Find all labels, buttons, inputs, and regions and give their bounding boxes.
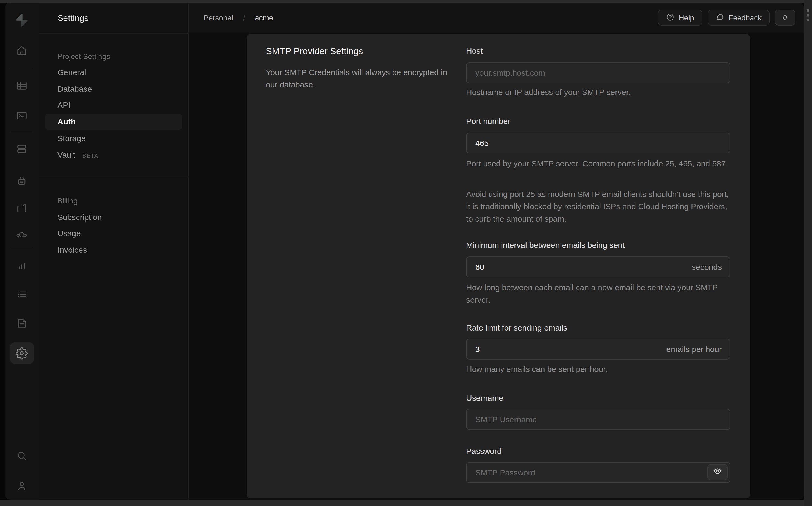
bell-icon [781,13,790,23]
top-bar: Personal / acme Help [189,3,804,33]
scrollbar-dot [807,9,809,12]
sidebar-item-general[interactable]: General [45,64,182,81]
sidebar-item-api[interactable]: API [45,97,182,113]
api-docs-icon[interactable] [16,317,28,329]
sidebar-item-database[interactable]: Database [45,81,182,97]
port-helper: Port used by your SMTP server. Common po… [466,157,730,170]
interval-helper: How long between each email can a new em… [466,281,730,306]
scrollbar-dot [807,14,809,17]
sidebar-title: Settings [58,3,89,33]
section-header-billing: Billing [45,193,182,209]
help-button[interactable]: Help [658,10,702,26]
sidebar-section-divider [39,178,189,178]
edge-functions-icon[interactable] [16,229,28,241]
rate-limit-input[interactable] [466,339,730,359]
database-icon[interactable] [16,143,28,155]
host-input[interactable] [466,62,730,83]
port-label: Port number [466,116,510,125]
feedback-button[interactable]: Feedback [708,10,769,26]
notifications-button[interactable] [775,10,795,26]
main-content: SMTP Provider Settings Your SMTP Credent… [189,33,804,500]
sidebar-item-storage[interactable]: Storage [45,131,182,147]
card-description: Your SMTP Credentials will always be enc… [266,66,459,91]
rate-limit-label: Rate limit for sending emails [466,323,567,332]
search-icon[interactable] [16,450,28,462]
chat-bubble-icon [716,13,724,23]
reports-icon[interactable] [16,260,28,272]
breadcrumb-separator: / [243,13,245,22]
form-column: Host Hostname or IP address of your SMTP… [466,34,730,499]
sidebar-item-auth[interactable]: Auth [45,114,182,130]
app-window: Settings Project Settings General Databa… [5,3,804,500]
sidebar-item-usage[interactable]: Usage [45,225,182,242]
breadcrumb-project[interactable]: acme [255,13,273,22]
host-helper: Hostname or IP address of your SMTP serv… [466,86,730,98]
rail-divider [10,248,33,248]
rate-limit-helper: How many emails can be sent per hour. [466,363,730,375]
sidebar-item-invoices[interactable]: Invoices [45,242,182,258]
beta-badge: BETA [82,152,98,159]
eye-icon [713,467,722,478]
sidebar-item-vault[interactable]: Vault BETA [45,147,182,163]
help-circle-icon [666,13,674,23]
interval-label: Minimum interval between emails being se… [466,240,624,250]
section-header-project-settings: Project Settings [45,48,182,64]
sidebar-item-label: Vault [58,150,75,159]
username-label: Username [466,393,503,403]
sql-editor-icon[interactable] [16,109,28,122]
reveal-password-button[interactable] [707,464,728,480]
rail-divider [10,133,33,133]
sidebar-item-subscription[interactable]: Subscription [45,209,182,225]
supabase-logo[interactable] [14,13,29,27]
window-chrome-top [0,0,812,3]
password-input[interactable] [466,462,730,483]
interval-input[interactable] [466,256,730,277]
window-chrome-bottom [0,500,812,506]
help-button-label: Help [678,13,694,22]
user-icon[interactable] [16,480,28,492]
smtp-settings-card: SMTP Provider Settings Your SMTP Credent… [246,34,750,499]
card-heading: SMTP Provider Settings [266,46,363,57]
storage-icon[interactable] [16,202,28,215]
logs-icon[interactable] [16,288,28,301]
window-scrollbar-track[interactable] [804,0,812,506]
breadcrumb-org[interactable]: Personal [204,13,233,22]
username-input[interactable] [466,409,730,430]
rail-divider [10,68,33,68]
icon-rail [5,3,39,500]
home-icon[interactable] [16,45,28,57]
auth-lock-icon[interactable] [16,174,28,187]
settings-gear-icon[interactable] [16,347,28,359]
sidebar-divider [39,33,189,34]
port-helper-warning: Avoid using port 25 as modern SMTP email… [466,188,730,225]
table-editor-icon[interactable] [16,79,28,92]
feedback-button-label: Feedback [729,13,761,22]
password-label: Password [466,446,502,455]
scrollbar-dot [807,19,809,21]
settings-sidebar: Settings Project Settings General Databa… [39,3,189,500]
host-label: Host [466,46,483,55]
port-input[interactable] [466,133,730,154]
